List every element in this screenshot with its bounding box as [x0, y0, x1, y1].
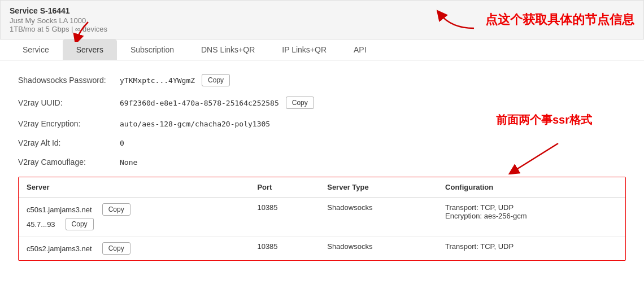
- copy-shadowsocks-button[interactable]: Copy: [202, 74, 230, 86]
- copy-server2-name-button[interactable]: Copy: [102, 242, 130, 255]
- plan-name: Just My Socks LA 1000: [10, 16, 107, 25]
- label-altid: V2ray Alt Id:: [18, 138, 120, 147]
- server-ip-1: 45.7...93: [27, 220, 55, 229]
- label-shadowsocks: Shadowsocks Password:: [18, 76, 120, 85]
- port-cell-2: 10385: [249, 237, 319, 261]
- annotation-right-wrap: 前面两个事ssr格式: [496, 112, 592, 128]
- plan-details: 1TB/mo at 5 Gbps | ∞ devices: [10, 25, 107, 33]
- servers-table-wrapper: Server Port Server Type Configuration c5…: [18, 177, 626, 261]
- field-v2ray-camouflage: V2ray Camouflage: None 前面两个事ssr格式: [18, 158, 626, 167]
- config-line1-1: Transport: TCP, UDP: [445, 203, 617, 212]
- arrow-top-icon: [434, 8, 480, 31]
- col-server-type: Server Type: [319, 177, 437, 198]
- tab-api[interactable]: API: [340, 40, 380, 60]
- service-name: Service S-16441: [10, 6, 107, 15]
- server-cell-2: c50s2.jamjams3.net Copy: [19, 237, 249, 261]
- copy-uuid-button[interactable]: Copy: [286, 97, 314, 109]
- value-uuid: 69f2360d-e8e1-470a-8578-25164c252585: [120, 99, 279, 107]
- type-cell-1: Shadowsocks: [319, 198, 437, 237]
- config-cell-2: Transport: TCP, UDP: [437, 237, 625, 261]
- value-encryption: auto/aes-128-gcm/chacha20-poly1305: [120, 120, 270, 128]
- value-shadowsocks: yTKMxptc...4YWgmZ: [120, 76, 195, 85]
- tab-subscription[interactable]: Subscription: [117, 40, 188, 60]
- col-server: Server: [19, 177, 249, 198]
- label-camouflage: V2ray Camouflage:: [18, 158, 120, 167]
- tab-dns-links[interactable]: DNS Links+QR: [188, 40, 268, 60]
- server-name-2: c50s2.jamjams3.net: [27, 244, 92, 253]
- copy-server1-name-button[interactable]: Copy: [102, 203, 130, 216]
- annotation-right-text: 前面两个事ssr格式: [496, 112, 592, 128]
- servers-table: Server Port Server Type Configuration c5…: [19, 177, 625, 260]
- label-encryption: V2ray Encryption:: [18, 119, 120, 128]
- annotation-top: 点这个获取具体的节点信息: [485, 11, 634, 28]
- col-port: Port: [249, 177, 319, 198]
- type-cell-2: Shadowsocks: [319, 237, 437, 261]
- server-cell-1: c50s1.jamjams3.net Copy 45.7...93 Copy: [19, 198, 249, 237]
- config-line2-1: Encryption: aes-256-gcm: [445, 212, 617, 220]
- tab-ip-links[interactable]: IP Links+QR: [268, 40, 340, 60]
- table-row: c50s1.jamjams3.net Copy 45.7...93 Copy 1…: [19, 198, 625, 237]
- field-v2ray-uuid: V2ray UUID: 69f2360d-e8e1-470a-8578-2516…: [18, 97, 626, 109]
- tab-servers[interactable]: Servers: [63, 40, 117, 60]
- field-shadowsocks-password: Shadowsocks Password: yTKMxptc...4YWgmZ …: [18, 74, 626, 86]
- label-uuid: V2ray UUID:: [18, 98, 120, 107]
- value-altid: 0: [120, 139, 124, 147]
- port-cell-1: 10385: [249, 198, 319, 237]
- server-name-1: c50s1.jamjams3.net: [27, 205, 92, 214]
- config-cell-1: Transport: TCP, UDP Encryption: aes-256-…: [437, 198, 625, 237]
- field-v2ray-altid: V2ray Alt Id: 0: [18, 138, 626, 147]
- content-area: Shadowsocks Password: yTKMxptc...4YWgmZ …: [0, 60, 644, 274]
- copy-server1-ip-button[interactable]: Copy: [66, 218, 94, 230]
- top-bar: Service S-16441 Just My Socks LA 1000 1T…: [0, 0, 644, 40]
- col-configuration: Configuration: [437, 177, 625, 198]
- value-camouflage: None: [120, 158, 137, 167]
- nav-tabs: Service Servers Subscription DNS Links+Q…: [0, 40, 644, 60]
- tab-service[interactable]: Service: [9, 40, 63, 60]
- table-row: c50s2.jamjams3.net Copy 10385 Shadowsock…: [19, 237, 625, 261]
- config-line1-2: Transport: TCP, UDP: [445, 242, 617, 251]
